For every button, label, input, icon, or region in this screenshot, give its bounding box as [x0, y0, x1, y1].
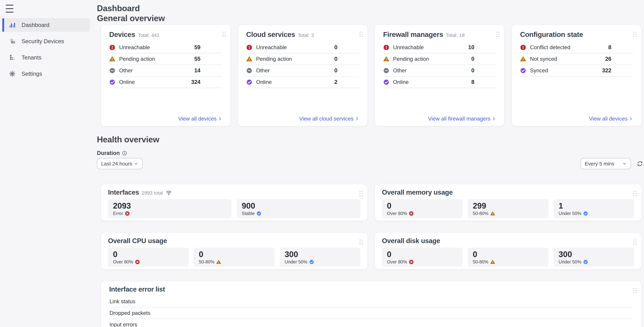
check-circle-icon: [109, 79, 115, 85]
error-icon: [409, 259, 414, 264]
status-label: Pending action: [119, 56, 155, 62]
tile-value: 0: [199, 250, 270, 259]
section-title-general-overview: General overview: [97, 13, 643, 23]
status-value: 8: [608, 44, 633, 51]
view-all-devices-link[interactable]: View all devices: [589, 116, 633, 122]
drag-handle-icon[interactable]: [633, 239, 637, 245]
warning-icon: [490, 259, 495, 264]
status-label: Pending action: [256, 56, 292, 62]
drag-handle-icon[interactable]: [633, 191, 637, 196]
drag-handle-icon[interactable]: [633, 288, 637, 293]
tile-value: 900: [242, 201, 355, 210]
status-row-synced: Synced 322: [520, 65, 633, 77]
chevron-right-icon: [492, 117, 496, 121]
status-row-unreachable: Unreachable 10: [383, 42, 496, 53]
status-value: 0: [471, 56, 496, 62]
chevron-down-icon: [134, 162, 138, 166]
status-row-unreachable: Unreachable 59: [109, 42, 222, 53]
total-label: Total:: [138, 32, 150, 38]
unreachable-icon: [109, 44, 115, 51]
warning-icon: [216, 259, 221, 264]
warning-icon: [520, 56, 526, 62]
chevron-right-icon: [355, 117, 359, 121]
card-title: Overall CPU usage: [108, 237, 167, 245]
warning-icon: [109, 56, 115, 62]
refresh-interval-select[interactable]: Every 5 mins: [580, 158, 631, 169]
card-title: Overall memory usage: [382, 188, 453, 196]
hamburger-menu-icon[interactable]: [6, 5, 14, 13]
status-value: 55: [194, 56, 222, 62]
check-circle-icon: [246, 79, 252, 85]
app-window: Dashboard Security Devices: [0, 0, 644, 327]
drag-handle-icon[interactable]: [359, 31, 363, 37]
view-all-cloud-services-link[interactable]: View all cloud services: [299, 116, 359, 122]
check-circle-icon: [309, 259, 314, 264]
drag-handle-icon[interactable]: [222, 31, 226, 37]
status-label: Unreachable: [119, 44, 150, 51]
overview-card-firewall-managers: Firewall managers Total: 18 Unreachable …: [375, 25, 505, 126]
conflict-icon: [520, 44, 526, 51]
health-controls: Last 24 hours Every 5 mins: [97, 158, 643, 169]
error-icon: [135, 259, 140, 264]
status-row-pending-action: Pending action 55: [109, 53, 222, 65]
tile-value: 1: [559, 201, 629, 210]
security-devices-icon: [9, 38, 16, 45]
drag-handle-icon[interactable]: [496, 31, 500, 37]
status-row-online: Online 8: [383, 77, 496, 88]
refresh-button[interactable]: [636, 160, 643, 167]
duration-select[interactable]: Last 24 hours: [97, 158, 142, 169]
status-value: 10: [468, 44, 496, 51]
error-icon: [125, 211, 130, 216]
status-label: Conflict detected: [530, 44, 570, 51]
overview-card-cloud-services: Cloud services Total: 3 Unreachable 0 Pe…: [238, 25, 368, 126]
stat-tile-under-50: 1 Under 50%: [554, 199, 634, 218]
duration-label: Duration: [97, 150, 120, 156]
link-label: View all devices: [178, 116, 216, 122]
tile-value: 299: [473, 201, 544, 210]
status-label: Not synced: [530, 56, 557, 62]
tile-value: 0: [113, 250, 184, 259]
drag-handle-icon[interactable]: [633, 31, 637, 37]
status-value: 2: [334, 79, 359, 85]
card-title: Firewall managers: [383, 31, 443, 39]
check-circle-icon: [583, 211, 588, 216]
status-row-pending-action: Pending action 0: [383, 53, 496, 65]
status-value: 324: [191, 79, 222, 85]
info-icon[interactable]: [122, 151, 127, 156]
check-circle-icon: [583, 259, 588, 264]
sidebar-item-settings[interactable]: Settings: [2, 67, 90, 81]
tenants-icon: [9, 54, 16, 61]
chevron-down-icon: [622, 162, 627, 166]
status-row-other: Other 0: [383, 65, 496, 77]
tile-label: Error: [113, 211, 123, 216]
sidebar-item-security-devices[interactable]: Security Devices: [2, 35, 90, 48]
status-value: 0: [471, 67, 496, 74]
interface-error-list-card: Interface error list Link status Dropped…: [101, 281, 642, 327]
active-indicator-bar: [2, 18, 4, 32]
minus-circle-icon: [246, 68, 252, 74]
status-label: Unreachable: [393, 44, 424, 51]
tile-label: Stable: [242, 211, 255, 216]
view-all-devices-link[interactable]: View all devices: [178, 116, 222, 122]
chevron-right-icon: [629, 117, 633, 121]
status-value: 59: [194, 44, 222, 51]
sidebar-item-tenants[interactable]: Tenants: [2, 51, 90, 64]
disk-usage-card: Overall disk usage 0 Over 80% 0 50-80%: [375, 232, 642, 269]
stat-tile-error: 2093 Error: [108, 199, 232, 218]
status-label: Other: [393, 68, 407, 74]
section-title-health-overview: Health overview: [97, 134, 643, 144]
view-all-firewall-managers-link[interactable]: View all firewall managers: [428, 116, 496, 122]
card-title: Overall disk usage: [382, 237, 440, 245]
drag-handle-icon[interactable]: [359, 191, 363, 196]
status-value: 8: [471, 79, 496, 85]
sidebar-item-dashboard[interactable]: Dashboard: [2, 18, 90, 32]
link-label: View all devices: [589, 116, 628, 122]
card-total: Total: 441: [138, 32, 160, 38]
card-total: Total: 3: [298, 32, 314, 38]
error-list-row-link-status: Link status: [109, 296, 633, 307]
tile-label: 50-80%: [473, 259, 488, 265]
tile-label: Over 80%: [387, 259, 407, 265]
drag-handle-icon[interactable]: [359, 239, 363, 245]
row-label: Dropped packets: [110, 310, 150, 316]
card-total: Total: 18: [446, 32, 465, 38]
